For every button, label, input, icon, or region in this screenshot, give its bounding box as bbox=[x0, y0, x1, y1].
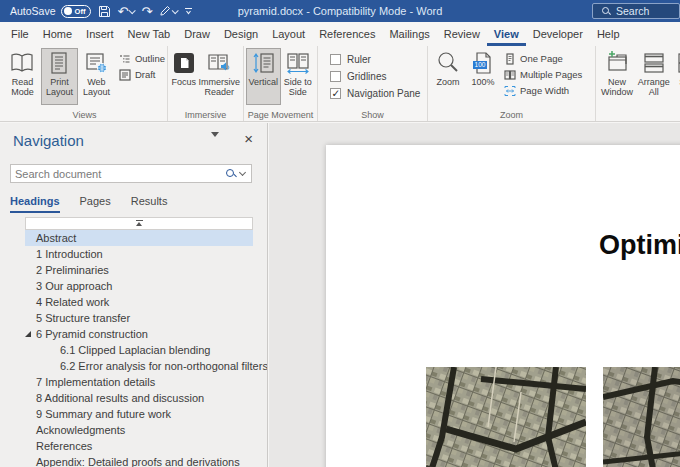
nav-heading-item[interactable]: 6.2 Error analysis for non-orthogonal fi… bbox=[25, 358, 253, 374]
checkbox-navigation-pane[interactable]: Navigation Pane bbox=[330, 85, 427, 102]
aerial-image-2[interactable] bbox=[603, 367, 680, 467]
nav-heading-item[interactable]: Appendix: Detailed proofs and derivation… bbox=[25, 454, 253, 467]
tab-pages[interactable]: Pages bbox=[80, 195, 111, 213]
word-window: AutoSave Off ↶ ↷ bbox=[0, 0, 680, 467]
ribbon-tab-mailings[interactable]: Mailings bbox=[382, 22, 436, 46]
nav-heading-item[interactable]: 2 Preliminaries bbox=[25, 262, 253, 278]
navigation-search-input[interactable] bbox=[11, 168, 226, 180]
autosave-control[interactable]: AutoSave Off bbox=[10, 5, 91, 18]
undo-dropdown-icon[interactable] bbox=[129, 7, 136, 14]
navigation-search-box[interactable] bbox=[10, 164, 252, 183]
pen-dropdown-icon[interactable] bbox=[172, 7, 179, 14]
nav-heading-item[interactable]: 3 Our approach bbox=[25, 278, 253, 294]
ribbon-tab-help[interactable]: Help bbox=[590, 22, 627, 46]
redo-button[interactable]: ↷ bbox=[141, 5, 152, 18]
customize-quick-access-button[interactable] bbox=[184, 7, 193, 16]
checkbox-ruler[interactable]: Ruler bbox=[330, 51, 427, 68]
navigation-pane-close-button[interactable]: × bbox=[244, 130, 253, 147]
split-button[interactable]: Split bbox=[672, 48, 680, 105]
focus-button[interactable]: Focus bbox=[170, 48, 197, 105]
document-page[interactable]: Optimi bbox=[326, 145, 680, 467]
search-box[interactable]: Search bbox=[592, 3, 680, 19]
side-to-side-button[interactable]: Side to Side bbox=[281, 48, 316, 105]
web-layout-button[interactable]: Web Layout bbox=[78, 48, 115, 105]
zoom-button[interactable]: Zoom bbox=[430, 48, 466, 105]
ribbon-tab-home[interactable]: Home bbox=[36, 22, 79, 46]
checkbox-gridlines[interactable]: Gridlines bbox=[330, 68, 427, 85]
nav-heading-label: 6 Pyramid construction bbox=[36, 328, 148, 340]
immersive-reader-button[interactable]: Immersive Reader bbox=[197, 48, 241, 105]
undo-button[interactable]: ↶ bbox=[118, 5, 135, 18]
ribbon-tab-layout[interactable]: Layout bbox=[265, 22, 312, 46]
nav-heading-item[interactable]: Acknowledgments bbox=[25, 422, 253, 438]
nav-headings-list: Abstract1 Introduction2 Preliminaries3 O… bbox=[25, 230, 253, 467]
read-mode-label: Read Mode bbox=[5, 77, 40, 98]
nav-heading-item[interactable]: References bbox=[25, 438, 253, 454]
checkbox-label: Gridlines bbox=[347, 71, 386, 82]
checkbox-icon[interactable] bbox=[330, 88, 341, 99]
tab-results[interactable]: Results bbox=[131, 195, 168, 213]
ribbon-tab-design[interactable]: Design bbox=[217, 22, 265, 46]
nav-heading-item[interactable]: 6 Pyramid construction bbox=[25, 326, 253, 342]
views-group-label: Views bbox=[2, 110, 167, 120]
print-layout-label: Print Layout bbox=[42, 77, 77, 98]
aerial-image-1[interactable] bbox=[426, 367, 586, 467]
nav-scroll-up-bar[interactable] bbox=[25, 217, 253, 230]
outline-button[interactable]: Outline bbox=[119, 52, 165, 65]
zoom-100-button[interactable]: 100 100% bbox=[466, 48, 500, 105]
multiple-pages-button[interactable]: Multiple Pages bbox=[504, 68, 582, 81]
nav-heading-item[interactable]: 7 Implementation details bbox=[25, 374, 253, 390]
pen-button[interactable] bbox=[159, 5, 177, 17]
nav-heading-item[interactable]: 9 Summary and future work bbox=[25, 406, 253, 422]
tab-headings[interactable]: Headings bbox=[10, 195, 60, 213]
ribbon-tab-file[interactable]: File bbox=[4, 22, 36, 46]
multiple-pages-icon bbox=[504, 69, 516, 81]
page-width-button[interactable]: Page Width bbox=[504, 84, 582, 97]
ribbon-group-show: RulerGridlinesNavigation Pane Show bbox=[318, 46, 428, 121]
ribbon-tab-insert[interactable]: Insert bbox=[79, 22, 121, 46]
new-window-icon bbox=[604, 51, 630, 75]
collapse-triangle-icon[interactable] bbox=[25, 331, 31, 337]
ribbon-tab-review[interactable]: Review bbox=[437, 22, 487, 46]
one-page-button[interactable]: One Page bbox=[504, 52, 582, 65]
nav-heading-label: 8 Additional results and discussion bbox=[36, 392, 204, 404]
print-layout-button[interactable]: Print Layout bbox=[41, 48, 78, 105]
navigation-search-icon[interactable] bbox=[226, 169, 236, 179]
read-mode-button[interactable]: Read Mode bbox=[4, 48, 41, 105]
nav-heading-label: 2 Preliminaries bbox=[36, 264, 109, 276]
checkbox-icon[interactable] bbox=[330, 54, 341, 65]
nav-heading-label: 5 Structure transfer bbox=[36, 312, 130, 324]
nav-heading-label: Abstract bbox=[36, 232, 76, 244]
arrange-all-icon bbox=[641, 51, 667, 75]
ribbon-tab-new-tab[interactable]: New Tab bbox=[121, 22, 178, 46]
save-button[interactable] bbox=[98, 5, 111, 18]
checkbox-icon[interactable] bbox=[330, 71, 341, 82]
nav-heading-label: Appendix: Detailed proofs and derivation… bbox=[36, 456, 240, 467]
nav-heading-item[interactable]: 8 Additional results and discussion bbox=[25, 390, 253, 406]
vertical-button[interactable]: Vertical bbox=[246, 48, 281, 105]
immersive-group-label: Immersive bbox=[168, 110, 243, 120]
ribbon-tab-draw[interactable]: Draw bbox=[177, 22, 217, 46]
page-width-label: Page Width bbox=[520, 85, 569, 96]
ribbon-tab-view[interactable]: View bbox=[487, 22, 526, 46]
draft-button[interactable]: Draft bbox=[119, 68, 165, 81]
nav-heading-item[interactable]: Abstract bbox=[25, 230, 253, 246]
navigation-search-dropdown-icon[interactable] bbox=[239, 169, 246, 176]
nav-heading-item[interactable]: 4 Related work bbox=[25, 294, 253, 310]
autosave-toggle[interactable]: Off bbox=[61, 5, 91, 18]
focus-label: Focus bbox=[171, 77, 196, 87]
navigation-pane-options-button[interactable] bbox=[211, 137, 219, 155]
new-window-label: New Window bbox=[599, 77, 635, 98]
ribbon-tab-developer[interactable]: Developer bbox=[526, 22, 590, 46]
nav-heading-label: 4 Related work bbox=[36, 296, 109, 308]
arrange-all-button[interactable]: Arrange All bbox=[636, 48, 672, 105]
checkbox-label: Ruler bbox=[347, 54, 371, 65]
autosave-state: Off bbox=[75, 7, 86, 16]
nav-heading-item[interactable]: 5 Structure transfer bbox=[25, 310, 253, 326]
web-layout-label: Web Layout bbox=[79, 77, 114, 98]
web-layout-icon bbox=[83, 51, 109, 75]
nav-heading-item[interactable]: 6.1 Clipped Laplacian blending bbox=[25, 342, 253, 358]
nav-heading-item[interactable]: 1 Introduction bbox=[25, 246, 253, 262]
ribbon-tab-references[interactable]: References bbox=[312, 22, 382, 46]
new-window-button[interactable]: New Window bbox=[598, 48, 636, 105]
